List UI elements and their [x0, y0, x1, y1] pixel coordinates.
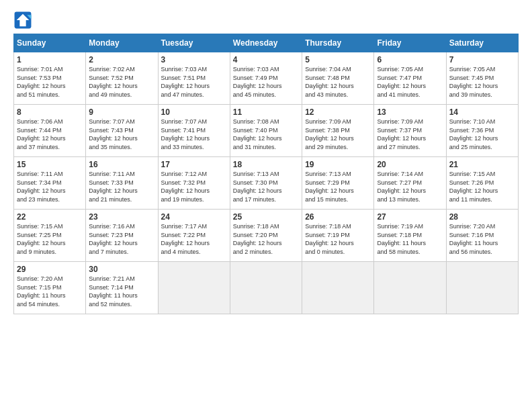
- day-number: 30: [89, 265, 154, 274]
- day-cell: 6Sunrise: 7:05 AM Sunset: 7:47 PM Daylig…: [374, 52, 446, 105]
- day-number: 3: [161, 55, 227, 64]
- day-cell: 12Sunrise: 7:09 AM Sunset: 7:38 PM Dayli…: [302, 105, 374, 157]
- day-cell: 23Sunrise: 7:16 AM Sunset: 7:23 PM Dayli…: [86, 210, 158, 262]
- day-cell: 16Sunrise: 7:11 AM Sunset: 7:33 PM Dayli…: [86, 157, 158, 210]
- day-cell: 2Sunrise: 7:02 AM Sunset: 7:52 PM Daylig…: [86, 52, 158, 105]
- day-cell: 25Sunrise: 7:18 AM Sunset: 7:20 PM Dayli…: [230, 210, 302, 262]
- day-cell: 21Sunrise: 7:15 AM Sunset: 7:26 PM Dayli…: [446, 157, 518, 210]
- day-number: 25: [233, 212, 299, 222]
- day-info: Sunrise: 7:04 AM Sunset: 7:48 PM Dayligh…: [305, 65, 371, 99]
- day-info: Sunrise: 7:01 AM Sunset: 7:53 PM Dayligh…: [17, 65, 83, 99]
- day-info: Sunrise: 7:19 AM Sunset: 7:18 PM Dayligh…: [377, 222, 443, 256]
- day-info: Sunrise: 7:11 AM Sunset: 7:34 PM Dayligh…: [17, 170, 83, 203]
- day-info: Sunrise: 7:05 AM Sunset: 7:47 PM Dayligh…: [377, 65, 443, 99]
- day-info: Sunrise: 7:21 AM Sunset: 7:14 PM Dayligh…: [89, 275, 154, 308]
- day-number: 29: [17, 265, 83, 274]
- day-info: Sunrise: 7:06 AM Sunset: 7:44 PM Dayligh…: [17, 118, 83, 151]
- day-info: Sunrise: 7:18 AM Sunset: 7:20 PM Dayligh…: [233, 222, 299, 256]
- day-cell: 29Sunrise: 7:20 AM Sunset: 7:15 PM Dayli…: [14, 262, 86, 314]
- day-cell: 18Sunrise: 7:13 AM Sunset: 7:30 PM Dayli…: [230, 157, 302, 210]
- day-number: 13: [377, 107, 443, 117]
- week-row-4: 22Sunrise: 7:15 AM Sunset: 7:25 PM Dayli…: [14, 210, 519, 262]
- day-cell: 7Sunrise: 7:05 AM Sunset: 7:45 PM Daylig…: [446, 52, 518, 105]
- day-info: Sunrise: 7:02 AM Sunset: 7:52 PM Dayligh…: [89, 65, 154, 99]
- day-number: 20: [377, 160, 443, 169]
- day-number: 7: [449, 55, 515, 64]
- day-number: 19: [305, 160, 371, 169]
- day-info: Sunrise: 7:16 AM Sunset: 7:23 PM Dayligh…: [89, 222, 154, 256]
- day-cell: [374, 262, 446, 314]
- day-number: 9: [89, 107, 154, 117]
- day-info: Sunrise: 7:10 AM Sunset: 7:36 PM Dayligh…: [449, 118, 515, 151]
- day-cell: 20Sunrise: 7:14 AM Sunset: 7:27 PM Dayli…: [374, 157, 446, 210]
- day-info: Sunrise: 7:13 AM Sunset: 7:30 PM Dayligh…: [233, 170, 299, 203]
- week-row-2: 8Sunrise: 7:06 AM Sunset: 7:44 PM Daylig…: [14, 105, 519, 157]
- day-cell: 4Sunrise: 7:03 AM Sunset: 7:49 PM Daylig…: [230, 52, 302, 105]
- day-cell: 15Sunrise: 7:11 AM Sunset: 7:34 PM Dayli…: [14, 157, 86, 210]
- day-number: 2: [89, 55, 154, 64]
- day-number: 17: [161, 160, 227, 169]
- day-number: 11: [233, 107, 299, 117]
- day-number: 23: [89, 212, 154, 222]
- week-row-1: 1Sunrise: 7:01 AM Sunset: 7:53 PM Daylig…: [14, 52, 519, 105]
- header-row: SundayMondayTuesdayWednesdayThursdayFrid…: [14, 34, 519, 52]
- day-cell: 24Sunrise: 7:17 AM Sunset: 7:22 PM Dayli…: [158, 210, 230, 262]
- day-number: 1: [17, 55, 83, 64]
- day-info: Sunrise: 7:20 AM Sunset: 7:16 PM Dayligh…: [449, 222, 515, 256]
- day-number: 10: [161, 107, 227, 117]
- col-header-thursday: Thursday: [302, 34, 374, 52]
- day-info: Sunrise: 7:12 AM Sunset: 7:32 PM Dayligh…: [161, 170, 227, 203]
- day-number: 5: [305, 55, 371, 64]
- logo: [13, 11, 35, 30]
- day-info: Sunrise: 7:11 AM Sunset: 7:33 PM Dayligh…: [89, 170, 154, 203]
- header-area: [13, 11, 519, 30]
- day-info: Sunrise: 7:15 AM Sunset: 7:25 PM Dayligh…: [17, 222, 83, 256]
- day-cell: 9Sunrise: 7:07 AM Sunset: 7:43 PM Daylig…: [86, 105, 158, 157]
- day-cell: 14Sunrise: 7:10 AM Sunset: 7:36 PM Dayli…: [446, 105, 518, 157]
- day-number: 28: [449, 212, 515, 222]
- day-number: 4: [233, 55, 299, 64]
- day-number: 26: [305, 212, 371, 222]
- day-number: 16: [89, 160, 154, 169]
- day-cell: 26Sunrise: 7:18 AM Sunset: 7:19 PM Dayli…: [302, 210, 374, 262]
- day-info: Sunrise: 7:18 AM Sunset: 7:19 PM Dayligh…: [305, 222, 371, 256]
- day-info: Sunrise: 7:15 AM Sunset: 7:26 PM Dayligh…: [449, 170, 515, 203]
- day-cell: 13Sunrise: 7:09 AM Sunset: 7:37 PM Dayli…: [374, 105, 446, 157]
- col-header-wednesday: Wednesday: [230, 34, 302, 52]
- day-cell: 11Sunrise: 7:08 AM Sunset: 7:40 PM Dayli…: [230, 105, 302, 157]
- day-number: 12: [305, 107, 371, 117]
- day-number: 18: [233, 160, 299, 169]
- col-header-tuesday: Tuesday: [158, 34, 230, 52]
- day-info: Sunrise: 7:03 AM Sunset: 7:51 PM Dayligh…: [161, 65, 227, 99]
- day-cell: 30Sunrise: 7:21 AM Sunset: 7:14 PM Dayli…: [86, 262, 158, 314]
- week-row-5: 29Sunrise: 7:20 AM Sunset: 7:15 PM Dayli…: [14, 262, 519, 314]
- col-header-friday: Friday: [374, 34, 446, 52]
- day-cell: [230, 262, 302, 314]
- day-cell: 5Sunrise: 7:04 AM Sunset: 7:48 PM Daylig…: [302, 52, 374, 105]
- day-number: 22: [17, 212, 83, 222]
- page: SundayMondayTuesdayWednesdayThursdayFrid…: [0, 0, 532, 321]
- day-cell: 10Sunrise: 7:07 AM Sunset: 7:41 PM Dayli…: [158, 105, 230, 157]
- day-cell: 19Sunrise: 7:13 AM Sunset: 7:29 PM Dayli…: [302, 157, 374, 210]
- col-header-saturday: Saturday: [446, 34, 518, 52]
- day-number: 21: [449, 160, 515, 169]
- day-number: 24: [161, 212, 227, 222]
- day-cell: [158, 262, 230, 314]
- day-cell: 17Sunrise: 7:12 AM Sunset: 7:32 PM Dayli…: [158, 157, 230, 210]
- day-info: Sunrise: 7:09 AM Sunset: 7:37 PM Dayligh…: [377, 118, 443, 151]
- day-info: Sunrise: 7:13 AM Sunset: 7:29 PM Dayligh…: [305, 170, 371, 203]
- day-info: Sunrise: 7:07 AM Sunset: 7:43 PM Dayligh…: [89, 118, 154, 151]
- day-info: Sunrise: 7:08 AM Sunset: 7:40 PM Dayligh…: [233, 118, 299, 151]
- day-cell: 1Sunrise: 7:01 AM Sunset: 7:53 PM Daylig…: [14, 52, 86, 105]
- col-header-monday: Monday: [86, 34, 158, 52]
- day-cell: 22Sunrise: 7:15 AM Sunset: 7:25 PM Dayli…: [14, 210, 86, 262]
- day-info: Sunrise: 7:05 AM Sunset: 7:45 PM Dayligh…: [449, 65, 515, 99]
- day-number: 27: [377, 212, 443, 222]
- day-cell: 8Sunrise: 7:06 AM Sunset: 7:44 PM Daylig…: [14, 105, 86, 157]
- calendar-table: SundayMondayTuesdayWednesdayThursdayFrid…: [13, 34, 519, 314]
- day-cell: [302, 262, 374, 314]
- logo-icon: [13, 11, 32, 30]
- day-number: 14: [449, 107, 515, 117]
- day-cell: 28Sunrise: 7:20 AM Sunset: 7:16 PM Dayli…: [446, 210, 518, 262]
- day-info: Sunrise: 7:20 AM Sunset: 7:15 PM Dayligh…: [17, 275, 83, 308]
